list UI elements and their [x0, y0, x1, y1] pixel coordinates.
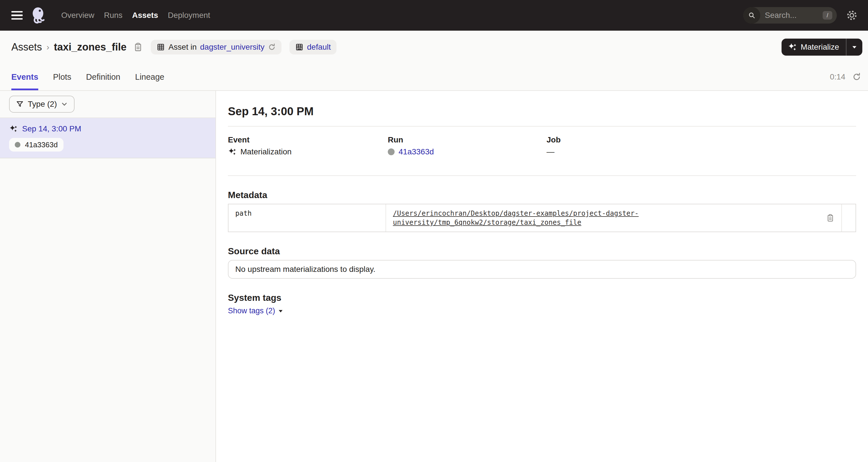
- dagster-app: Overview Runs Assets Deployment /: [0, 0, 868, 462]
- refresh-countdown: 0:14: [830, 73, 846, 82]
- nav-item-runs[interactable]: Runs: [104, 11, 122, 20]
- nav-item-assets[interactable]: Assets: [132, 11, 158, 20]
- show-tags-toggle[interactable]: Show tags (2): [228, 307, 283, 315]
- metadata-path-link[interactable]: /Users/erincochran/Desktop/dagster-examp…: [393, 209, 822, 227]
- event-heading: Sep 14, 3:00 PM: [228, 104, 856, 119]
- run-column: Run 41a3363d: [388, 135, 547, 157]
- asset-tabs: Events Plots Definition Lineage: [11, 64, 164, 90]
- search-shortcut-key: /: [823, 11, 832, 20]
- top-nav-links: Overview Runs Assets Deployment: [61, 11, 210, 20]
- materialization-sparkle-icon: [9, 124, 18, 133]
- nav-item-overview[interactable]: Overview: [61, 11, 94, 20]
- job-column-label: Job: [547, 135, 856, 145]
- source-data-empty-message: No upstream materializations to display.: [235, 265, 375, 273]
- metadata-spacer-cell: [842, 204, 856, 232]
- event-column: Event Materialization: [228, 135, 388, 157]
- source-data-empty-box: No upstream materializations to display.: [228, 260, 856, 279]
- run-status-dot: [388, 148, 395, 155]
- event-list-item[interactable]: Sep 14, 3:00 PM 41a3363d: [0, 118, 215, 158]
- materialize-dropdown-caret-icon[interactable]: [846, 38, 862, 56]
- event-timestamp: Sep 14, 3:00 PM: [22, 124, 81, 134]
- divider: [228, 175, 856, 176]
- top-nav: Overview Runs Assets Deployment /: [0, 0, 868, 31]
- tab-plots[interactable]: Plots: [53, 64, 71, 90]
- type-filter-button[interactable]: Type (2): [9, 96, 74, 113]
- materialization-sparkle-icon: [228, 148, 237, 156]
- copy-path-icon[interactable]: [826, 214, 835, 222]
- top-nav-right: /: [743, 7, 858, 24]
- source-data-heading: Source data: [228, 245, 856, 257]
- settings-gear-icon[interactable]: [846, 9, 858, 21]
- job-column: Job —: [547, 135, 856, 157]
- body: Type (2): [0, 91, 868, 462]
- show-tags-label: Show tags (2): [228, 307, 275, 315]
- filter-bar: Type (2): [0, 91, 215, 118]
- event-type-value: Materialization: [240, 147, 292, 157]
- asset-location-pill: Asset in dagster_university: [151, 40, 281, 55]
- run-column-label: Run: [388, 135, 547, 145]
- tab-events[interactable]: Events: [11, 64, 38, 90]
- metadata-heading: Metadata: [228, 189, 856, 201]
- tab-definition[interactable]: Definition: [86, 64, 121, 90]
- event-detail-panel: Sep 14, 3:00 PM Event Materializatio: [216, 91, 868, 462]
- breadcrumb-assets-link[interactable]: Assets: [11, 41, 42, 53]
- asset-name: taxi_zones_file: [54, 41, 126, 53]
- breadcrumb-separator: ›: [46, 42, 49, 52]
- divider: [228, 126, 856, 126]
- funnel-icon: [16, 100, 24, 108]
- copy-asset-name-icon[interactable]: [133, 42, 143, 52]
- metadata-value-cell: /Users/erincochran/Desktop/dagster-examp…: [386, 204, 842, 232]
- asset-tabs-row: Events Plots Definition Lineage 0:14: [0, 64, 868, 91]
- materialize-split-button: Materialize: [781, 38, 862, 56]
- breadcrumb: Assets › taxi_zones_file: [11, 41, 143, 53]
- asset-group-icon: [295, 43, 304, 51]
- metadata-key-cell: path: [228, 204, 386, 232]
- sparkle-icon: [788, 42, 797, 52]
- event-summary-grid: Event Materialization Run: [228, 135, 856, 157]
- run-id-text: 41a3363d: [25, 141, 58, 149]
- run-status-dot: [15, 142, 21, 148]
- asset-in-label: Asset in: [168, 42, 197, 52]
- metadata-table: path /Users/erincochran/Desktop/dagster-…: [228, 204, 856, 232]
- dagster-logo-icon[interactable]: [30, 6, 47, 24]
- search-icon: [743, 7, 760, 24]
- materialize-label: Materialize: [801, 42, 839, 52]
- chevron-down-icon: [61, 101, 68, 108]
- tab-lineage[interactable]: Lineage: [135, 64, 164, 90]
- reload-location-icon[interactable]: [268, 43, 276, 51]
- run-id-badge[interactable]: 41a3363d: [9, 138, 63, 151]
- hamburger-menu-icon[interactable]: [11, 11, 23, 20]
- run-id-link[interactable]: 41a3363d: [399, 147, 434, 157]
- asset-group-pill: default: [289, 40, 337, 55]
- system-tags-heading: System tags: [228, 292, 856, 304]
- materialize-button[interactable]: Materialize: [781, 38, 846, 56]
- code-location-link[interactable]: dagster_university: [200, 42, 265, 52]
- event-list-sidebar: Type (2): [0, 91, 216, 462]
- asset-header-row: Assets › taxi_zones_file Asset in dagste…: [0, 31, 868, 64]
- search-input[interactable]: [760, 11, 823, 20]
- global-search[interactable]: /: [743, 7, 837, 24]
- asset-group-link[interactable]: default: [307, 42, 331, 52]
- job-empty-value: —: [547, 147, 555, 157]
- refresh-area: 0:14: [830, 73, 862, 82]
- event-column-label: Event: [228, 135, 388, 145]
- table-grid-icon: [156, 43, 165, 51]
- type-filter-label: Type (2): [28, 99, 57, 109]
- caret-down-icon: [278, 309, 283, 314]
- nav-item-deployment[interactable]: Deployment: [168, 11, 210, 20]
- refresh-icon[interactable]: [852, 73, 861, 82]
